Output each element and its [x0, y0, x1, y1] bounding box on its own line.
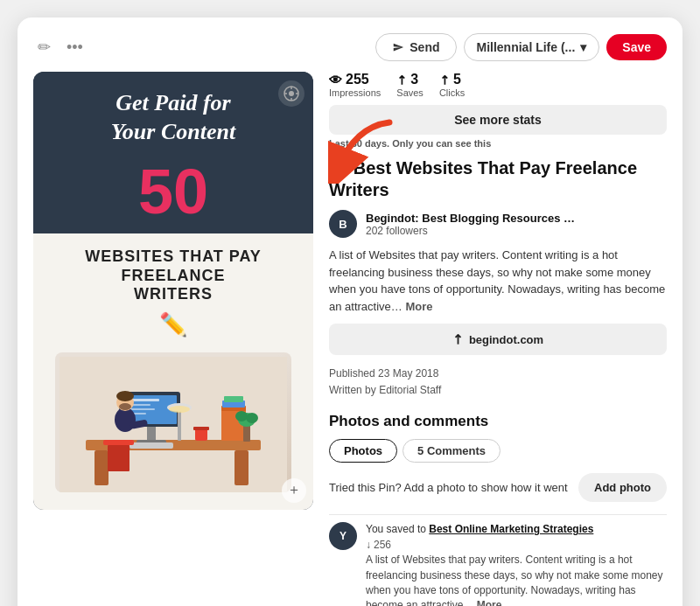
saved-more-link[interactable]: More	[477, 599, 502, 606]
clicks-label: Clicks	[439, 87, 465, 98]
saved-board-link[interactable]: Best Online Marketing Strategies	[429, 523, 593, 535]
add-photo-button[interactable]: Add photo	[578, 473, 667, 502]
pin-logo	[278, 80, 304, 107]
photos-comments-section: Photos and comments Photos 5 Comments Tr…	[329, 413, 667, 606]
author-info: Begindot: Best Blogging Resources … 202 …	[366, 212, 575, 237]
written-by: Written by Editorial Staff	[329, 382, 667, 399]
svg-point-34	[119, 403, 131, 410]
pin-card: ✏ ••• Send Millennial Life (... ▾ Save	[18, 17, 682, 606]
description-more-link[interactable]: More	[405, 300, 432, 313]
published-date: Published 23 May 2018	[329, 366, 667, 382]
photos-tab[interactable]: Photos	[329, 439, 397, 463]
svg-rect-36	[178, 409, 181, 441]
meta-info: Published 23 May 2018 Written by Editori…	[329, 366, 667, 399]
saves-stat: ↗ 3 Saves	[396, 72, 424, 98]
saves-label: Saves	[396, 87, 424, 98]
impressions-label: Impressions	[329, 87, 381, 98]
svg-rect-18	[130, 442, 173, 449]
svg-point-1	[289, 91, 294, 96]
author-followers: 202 followers	[366, 225, 575, 237]
edit-icon[interactable]: ✏	[33, 36, 55, 59]
saved-avatar[interactable]: Y	[329, 522, 357, 550]
pin-number-section: 50	[33, 158, 313, 233]
pin-image-column: Get Paid for Your Content 50 WEBSITES TH…	[33, 72, 313, 606]
pin-illustration	[55, 352, 291, 492]
see-more-stats-button[interactable]: See more stats	[329, 105, 667, 135]
impressions-stat: 👁 255 Impressions	[329, 72, 381, 98]
add-pin-icon[interactable]: ＋	[282, 478, 306, 503]
chevron-down-icon: ▾	[580, 40, 586, 54]
send-button[interactable]: Send	[375, 33, 456, 61]
saved-description: A list of Websites that pay writers. Con…	[366, 553, 667, 606]
add-photo-row: Tried this Pin? Add a photo to show how …	[329, 473, 667, 502]
eye-icon: 👁	[329, 73, 342, 87]
pin-big-number: 50	[138, 160, 208, 223]
saved-row: Y You saved to Best Online Marketing Str…	[329, 522, 667, 606]
svg-rect-22	[224, 396, 243, 402]
pin-description: A list of Websites that pay writers. Con…	[329, 247, 667, 315]
pin-heading: Get Paid for Your Content	[49, 89, 298, 146]
comments-tab[interactable]: 5 Comments	[402, 439, 500, 463]
info-column: 👁 255 Impressions ↗ 3 Saves ↗ 5	[329, 72, 667, 606]
pin-image-bottom: WEBSITES THAT PAY FREELANCE WRITERS ✏️	[33, 233, 313, 510]
impressions-count: 👁 255	[329, 72, 369, 87]
clicks-icon: ↗	[436, 71, 453, 88]
svg-rect-9	[234, 450, 248, 485]
more-icon[interactable]: •••	[62, 37, 88, 59]
pin-image: Get Paid for Your Content 50 WEBSITES TH…	[33, 72, 313, 510]
tabs-row: Photos 5 Comments	[329, 439, 667, 463]
add-photo-text: Tried this Pin? Add a photo to show how …	[329, 480, 570, 496]
stats-row: 👁 255 Impressions ↗ 3 Saves ↗ 5	[329, 72, 667, 98]
svg-rect-24	[193, 427, 209, 430]
svg-point-33	[116, 391, 134, 401]
saved-count: ↓ 256	[366, 539, 667, 551]
svg-rect-8	[94, 450, 108, 485]
source-button[interactable]: ↗ begindot.com	[329, 324, 667, 355]
source-icon: ↗	[448, 330, 467, 349]
author-avatar[interactable]: B	[329, 210, 357, 238]
pin-edit-icon: ✏️	[159, 311, 187, 338]
author-name[interactable]: Begindot: Best Blogging Resources …	[366, 212, 575, 225]
author-row: B Begindot: Best Blogging Resources … 20…	[329, 210, 667, 238]
svg-point-38	[169, 406, 190, 413]
main-content: Get Paid for Your Content 50 WEBSITES TH…	[33, 72, 667, 606]
svg-rect-23	[195, 428, 207, 441]
photos-comments-title: Photos and comments	[329, 413, 667, 430]
desk-illustration	[60, 357, 287, 492]
svg-rect-29	[103, 440, 134, 445]
pin-image-top: Get Paid for Your Content	[33, 72, 313, 158]
svg-rect-30	[108, 445, 130, 471]
pin-title: 50 Best Websites That Pay Freelance Writ…	[329, 157, 667, 201]
save-button[interactable]: Save	[606, 34, 667, 60]
saves-icon: ↗	[393, 71, 410, 88]
send-icon	[392, 41, 404, 53]
board-select[interactable]: Millennial Life (... ▾	[464, 33, 600, 61]
saved-info: You saved to Best Online Marketing Strat…	[366, 522, 667, 606]
saved-name-row: You saved to Best Online Marketing Strat…	[366, 522, 667, 537]
divider	[329, 514, 667, 515]
top-bar: ✏ ••• Send Millennial Life (... ▾ Save	[33, 33, 667, 61]
svg-point-27	[235, 411, 248, 421]
last-days-note: Last 30 days. Only you can see this	[329, 138, 667, 149]
logo-icon	[283, 85, 300, 102]
pin-subtitle: WEBSITES THAT PAY FREELANCE WRITERS	[85, 247, 262, 304]
saves-count: ↗ 3	[396, 72, 418, 87]
saves-count-icon: ↓	[366, 539, 371, 551]
clicks-stat: ↗ 5 Clicks	[439, 72, 465, 98]
clicks-count: ↗ 5	[439, 72, 461, 87]
svg-point-28	[246, 413, 258, 423]
